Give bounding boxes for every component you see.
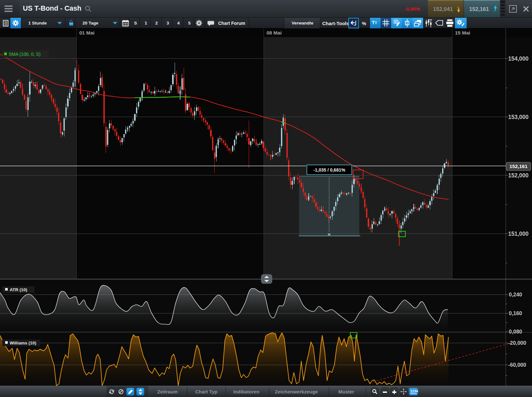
svg-text:152,161: 152,161: [509, 164, 527, 169]
svg-text:ATR (10): ATR (10): [10, 287, 27, 292]
svg-text:0,080: 0,080: [509, 329, 522, 334]
svg-text:152,000: 152,000: [508, 172, 529, 179]
svg-text:01 Mai: 01 Mai: [79, 30, 94, 35]
svg-text:0,240: 0,240: [509, 292, 522, 297]
svg-text:08 Mai: 08 Mai: [266, 30, 282, 35]
svg-text:SMA (100, 0, S): SMA (100, 0, S): [9, 52, 41, 57]
svg-text:154,000: 154,000: [508, 55, 529, 62]
svg-text:153,000: 153,000: [508, 114, 529, 120]
svg-text:-1,035 / 0,681%: -1,035 / 0,681%: [314, 167, 345, 173]
svg-text:151,000: 151,000: [508, 231, 529, 237]
svg-text:-20,000: -20,000: [508, 340, 526, 346]
svg-text:-60,000: -60,000: [508, 362, 526, 368]
svg-text:Williams (10): Williams (10): [10, 341, 36, 345]
svg-text:15 Mai: 15 Mai: [455, 30, 470, 35]
svg-text:0,160: 0,160: [509, 310, 522, 316]
